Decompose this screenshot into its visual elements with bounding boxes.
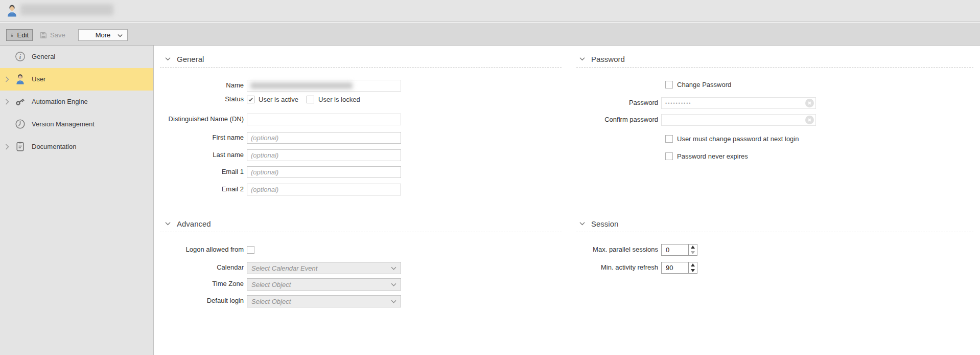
must-change-password-checkbox[interactable]: User must change password at next login	[665, 135, 799, 143]
default-login-select-placeholder: Select Object	[251, 298, 391, 305]
clock-icon	[14, 118, 26, 130]
sidebar-item-label: Version Management	[32, 113, 95, 136]
timezone-select[interactable]: Select Object	[247, 278, 401, 291]
logon-allowed-checkbox[interactable]	[247, 246, 254, 254]
password-field-wrap	[661, 97, 816, 109]
section-divider	[576, 67, 973, 68]
section-title: Advanced	[177, 219, 211, 228]
sidebar-item-user[interactable]: User	[0, 68, 153, 91]
stepper-down-button[interactable]	[689, 268, 697, 274]
more-button-label: More	[96, 31, 111, 39]
chevron-down-icon	[118, 34, 123, 37]
more-button[interactable]: More	[78, 29, 128, 41]
section-header-advanced[interactable]: Advanced	[165, 218, 211, 229]
confirm-password-input[interactable]	[661, 114, 816, 126]
status-checkbox-group: User is active User is locked	[247, 95, 360, 103]
last-name-input[interactable]	[247, 149, 401, 161]
clear-password-icon[interactable]	[805, 99, 814, 107]
section-title: Session	[591, 219, 618, 228]
name-value-redacted	[250, 82, 353, 89]
stepper-down-button[interactable]	[689, 250, 697, 256]
password-never-expires-checkbox[interactable]: Password never expires	[665, 152, 748, 160]
sidebar-item-automation-engine[interactable]: Automation Engine	[0, 91, 153, 113]
first-name-input[interactable]	[247, 132, 401, 144]
toolbar: Edit Save More	[0, 23, 980, 46]
editor-content: General Name Status User is active User …	[154, 46, 980, 355]
clipboard-icon	[14, 141, 26, 152]
save-button-label: Save	[50, 31, 65, 39]
user-is-active-checkbox[interactable]: User is active	[247, 95, 298, 103]
section-header-password[interactable]: Password	[579, 54, 625, 64]
sidebar-item-label: User	[32, 68, 45, 91]
min-refresh-stepper[interactable]: 90	[661, 262, 697, 274]
change-password-checkbox[interactable]: Change Password	[665, 80, 731, 88]
password-label: Password	[558, 97, 658, 108]
calendar-label: Calendar	[154, 262, 244, 273]
section-divider	[576, 232, 973, 232]
save-icon	[40, 32, 47, 39]
min-refresh-value[interactable]: 90	[662, 262, 688, 273]
checkbox-label: User is locked	[318, 96, 360, 103]
checkbox-unchecked[interactable]	[665, 152, 673, 160]
checkbox-label: Password never expires	[677, 152, 748, 160]
checkbox-unchecked[interactable]	[307, 96, 314, 103]
checkbox-label: User must change password at next login	[677, 135, 799, 143]
user-object-icon	[5, 3, 19, 18]
calendar-select-placeholder: Select Calendar Event	[251, 264, 391, 272]
sidebar: i General User	[0, 46, 154, 355]
dn-input[interactable]	[247, 114, 401, 125]
section-header-session[interactable]: Session	[579, 218, 618, 229]
unlock-icon	[10, 32, 14, 39]
collapse-chevron-icon[interactable]	[165, 57, 171, 61]
checkbox-checked[interactable]	[247, 96, 254, 103]
chevron-right-icon[interactable]	[5, 144, 9, 150]
checkbox-unchecked[interactable]	[665, 81, 673, 88]
edit-button[interactable]: Edit	[6, 29, 33, 41]
collapse-chevron-icon[interactable]	[579, 221, 585, 226]
password-input[interactable]	[661, 97, 816, 109]
status-label: Status	[154, 95, 244, 103]
email2-input[interactable]	[247, 184, 401, 195]
section-divider	[160, 232, 562, 232]
chevron-right-icon[interactable]	[5, 76, 9, 82]
calendar-select[interactable]: Select Calendar Event	[247, 262, 401, 274]
check-icon	[248, 97, 253, 102]
chevron-right-icon[interactable]	[5, 99, 9, 105]
max-sessions-value[interactable]: 0	[662, 245, 688, 255]
save-button[interactable]: Save	[38, 29, 67, 41]
svg-text:i: i	[19, 53, 21, 60]
checkbox-unchecked[interactable]	[665, 135, 673, 143]
user-is-locked-checkbox[interactable]: User is locked	[307, 95, 360, 103]
dn-label: Distinguished Name (DN)	[154, 114, 244, 125]
sidebar-item-documentation[interactable]: Documentation	[0, 136, 153, 158]
stepper-buttons	[688, 245, 697, 255]
user-icon	[14, 73, 26, 85]
title-bar	[0, 0, 980, 22]
email1-input[interactable]	[247, 166, 401, 178]
email1-label: Email 1	[154, 166, 244, 178]
section-header-general[interactable]: General	[165, 54, 204, 64]
sidebar-item-label: Documentation	[32, 136, 76, 158]
checkbox-label: User is active	[259, 96, 298, 103]
sidebar-item-version-management[interactable]: Version Management	[0, 113, 153, 136]
sidebar-item-label: Automation Engine	[32, 91, 88, 113]
key-icon	[14, 96, 26, 107]
section-title: Password	[591, 55, 625, 63]
default-login-select[interactable]: Select Object	[247, 295, 401, 307]
collapse-chevron-icon[interactable]	[165, 221, 171, 226]
stepper-up-button[interactable]	[689, 262, 697, 268]
name-label: Name	[154, 80, 244, 91]
logon-allowed-label: Logon allowed from	[154, 246, 244, 254]
sidebar-item-label: General	[32, 46, 55, 68]
collapse-chevron-icon[interactable]	[579, 57, 585, 61]
sidebar-item-general[interactable]: i General	[0, 46, 153, 68]
chevron-down-icon	[391, 300, 396, 303]
stepper-up-button[interactable]	[689, 245, 697, 250]
timezone-label: Time Zone	[154, 278, 244, 290]
checkbox-unchecked[interactable]	[247, 246, 254, 254]
max-sessions-label: Max. parallel sessions	[558, 244, 658, 255]
clear-confirm-password-icon[interactable]	[805, 116, 814, 124]
min-refresh-label: Min. activity refresh	[558, 262, 658, 273]
max-sessions-stepper[interactable]: 0	[661, 244, 697, 256]
name-field[interactable]	[247, 80, 401, 92]
